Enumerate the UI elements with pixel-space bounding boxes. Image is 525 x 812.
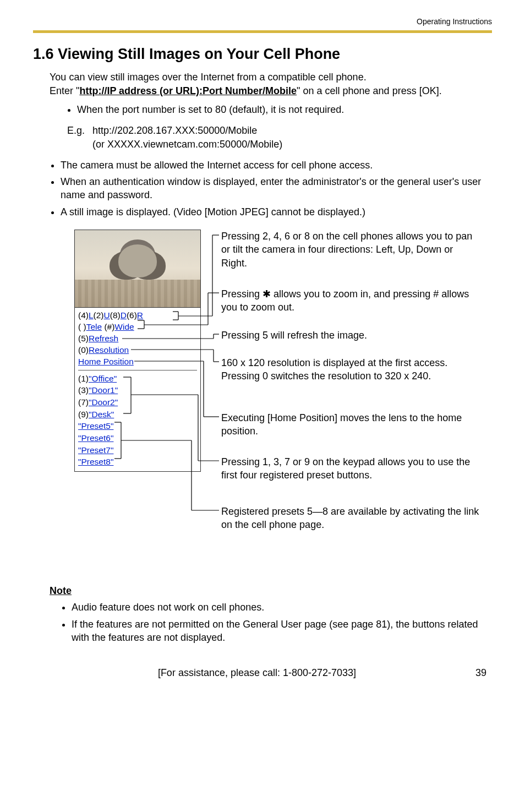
- phone-divider: [78, 370, 197, 370]
- intro-line-1: You can view still images over the Inter…: [50, 70, 492, 84]
- refresh-row: (5)Refresh: [78, 333, 197, 345]
- note-audio: Audio feature does not work on cell phon…: [72, 601, 492, 614]
- preset-7-link[interactable]: "Door2": [89, 397, 118, 407]
- camera-thumbnail: [75, 230, 200, 307]
- expl-home: Executing [Home Position] moves the lens…: [221, 411, 480, 438]
- refresh-link[interactable]: Refresh: [89, 334, 118, 343]
- expl-preset-5-8: Registered presets 5—8 are available by …: [221, 505, 480, 532]
- expl-refresh: Pressing 5 will refresh the image.: [221, 329, 480, 342]
- note-general-user: If the features are not permitted on the…: [72, 618, 492, 645]
- zoom-tele-link[interactable]: Tele: [86, 322, 102, 331]
- nav-up-link[interactable]: U: [104, 310, 110, 320]
- expl-preset-1-4: Pressing 1, 3, 7 or 9 on the keypad allo…: [221, 455, 480, 482]
- bullet-auth: When an authentication window is display…: [61, 175, 492, 202]
- intro-line-2: Enter "http://IP address (or URL):Port N…: [50, 84, 492, 97]
- footer-page-number: 39: [475, 666, 486, 679]
- nav-down-link[interactable]: D: [121, 310, 127, 320]
- preset-8-link[interactable]: "Preset8": [78, 457, 113, 466]
- nav-right-link[interactable]: R: [137, 310, 143, 320]
- title-rule: [33, 30, 492, 33]
- preset-5-link[interactable]: "Preset5": [78, 421, 113, 430]
- eg-label: E.g.: [67, 124, 85, 151]
- port-bullet: When the port number is set to 80 (defau…: [77, 103, 492, 116]
- resolution-row: (0)Resolution: [78, 345, 197, 356]
- header-doc-type: Operating Instructions: [33, 17, 492, 27]
- footer-assist: [For assistance, please call: 1-800-272-…: [158, 666, 356, 679]
- bullet-internet-access: The camera must be allowed the Internet …: [61, 159, 492, 172]
- preset-7b-link[interactable]: "Preset7": [78, 445, 113, 455]
- preset-1-link[interactable]: "Office": [89, 374, 117, 383]
- cellphone-diagram: (4)L(2)U(8)D(6)R ( )Tele (#)Wide (5)Refr…: [50, 230, 492, 571]
- section-heading: 1.6 Viewing Still Images on Your Cell Ph…: [33, 44, 492, 64]
- home-position-link[interactable]: Home Position: [78, 357, 134, 366]
- eg-url-2: (or XXXXX.viewnetcam.com:50000/Mobile): [92, 138, 282, 151]
- expl-zoom: Pressing ✱ allows you to zoom in, and pr…: [221, 287, 480, 314]
- nav-row: (4)L(2)U(8)D(6)R: [78, 310, 197, 321]
- bullet-still-image: A still image is displayed. (Video [Moti…: [61, 205, 492, 219]
- zoom-wide-link[interactable]: Wide: [114, 322, 134, 331]
- resolution-link[interactable]: Resolution: [89, 345, 129, 355]
- expl-pan-tilt: Pressing 2, 4, 6 or 8 on the cell phones…: [221, 230, 480, 270]
- note-heading: Note: [50, 584, 492, 597]
- eg-url-1: http://202.208.167.XXX:50000/Mobile: [92, 124, 282, 137]
- phone-mock: (4)L(2)U(8)D(6)R ( )Tele (#)Wide (5)Refr…: [74, 230, 201, 472]
- preset-3-link[interactable]: "Door1": [89, 385, 118, 395]
- nav-left-link[interactable]: L: [89, 310, 94, 320]
- preset-6-link[interactable]: "Preset6": [78, 433, 113, 443]
- zoom-row: ( )Tele (#)Wide: [78, 321, 197, 333]
- preset-9-link[interactable]: "Desk": [89, 410, 114, 419]
- expl-resolution: 160 x 120 resolution is displayed at the…: [221, 356, 480, 383]
- example-url: http://IP address (or URL):Port Number/M…: [79, 85, 297, 96]
